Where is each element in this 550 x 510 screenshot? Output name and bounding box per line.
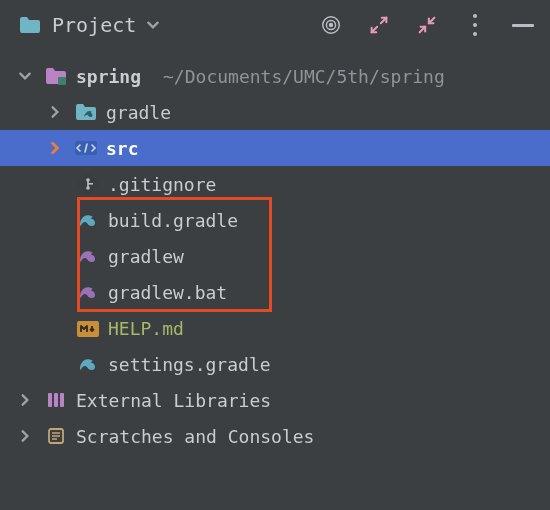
tree-label: src bbox=[106, 138, 139, 159]
svg-rect-3 bbox=[58, 77, 66, 85]
gradle-file-icon bbox=[76, 211, 100, 229]
gradle-script-icon bbox=[76, 247, 100, 265]
scratches-icon bbox=[44, 426, 68, 446]
tree-label: Scratches and Consoles bbox=[76, 426, 314, 447]
tree-node-scratches[interactable]: Scratches and Consoles bbox=[0, 418, 550, 454]
target-icon[interactable] bbox=[318, 12, 344, 38]
minimize-icon[interactable] bbox=[510, 12, 536, 38]
tree-node-src-folder[interactable]: src bbox=[0, 130, 550, 166]
project-toolbar: Project bbox=[0, 0, 550, 50]
tree-label: .gitignore bbox=[108, 174, 216, 195]
tree-node-help-md[interactable]: HELP.md bbox=[0, 310, 550, 346]
module-folder-icon bbox=[44, 67, 68, 85]
gradle-folder-icon bbox=[74, 103, 98, 121]
tree-label: gradlew.bat bbox=[108, 282, 227, 303]
tree-node-gitignore[interactable]: .gitignore bbox=[0, 166, 550, 202]
tree-label: settings.gradle bbox=[108, 354, 271, 375]
project-tree: spring ~/Documents/UMC/5th/spring gradle bbox=[0, 50, 550, 460]
project-tab[interactable]: Project bbox=[18, 13, 160, 37]
tree-node-settings-gradle[interactable]: settings.gradle bbox=[0, 346, 550, 382]
gradle-script-icon bbox=[76, 283, 100, 301]
chevron-down-icon bbox=[14, 69, 36, 83]
source-folder-icon bbox=[74, 139, 98, 157]
tree-label: External Libraries bbox=[76, 390, 271, 411]
svg-rect-11 bbox=[54, 393, 58, 407]
tree-path: ~/Documents/UMC/5th/spring bbox=[163, 66, 445, 87]
gradle-file-icon bbox=[76, 355, 100, 373]
markdown-file-icon bbox=[76, 320, 100, 337]
project-title: Project bbox=[52, 13, 136, 37]
expand-all-icon[interactable] bbox=[366, 12, 392, 38]
tree-label: gradlew bbox=[108, 246, 184, 267]
tree-node-external-libraries[interactable]: External Libraries bbox=[0, 382, 550, 418]
tree-node-gradlew-bat[interactable]: gradlew.bat bbox=[0, 274, 550, 310]
tree-label: HELP.md bbox=[108, 318, 184, 339]
chevron-right-icon bbox=[44, 105, 66, 119]
project-folder-icon bbox=[18, 16, 42, 34]
git-file-icon bbox=[76, 174, 100, 194]
more-options-icon[interactable] bbox=[462, 12, 488, 38]
tree-label: build.gradle bbox=[108, 210, 238, 231]
chevron-right-icon bbox=[14, 393, 36, 407]
chevron-right-icon bbox=[14, 429, 36, 443]
tree-node-gradle-folder[interactable]: gradle bbox=[0, 94, 550, 130]
tree-node-spring[interactable]: spring ~/Documents/UMC/5th/spring bbox=[0, 58, 550, 94]
svg-point-2 bbox=[330, 24, 333, 27]
tree-label: gradle bbox=[106, 102, 171, 123]
svg-rect-12 bbox=[60, 393, 64, 407]
svg-rect-9 bbox=[88, 183, 93, 185]
chevron-down-icon bbox=[146, 18, 160, 32]
tree-node-build-gradle[interactable]: build.gradle bbox=[0, 202, 550, 238]
tree-node-gradlew[interactable]: gradlew bbox=[0, 238, 550, 274]
chevron-right-icon bbox=[44, 141, 66, 155]
library-icon bbox=[44, 390, 68, 410]
svg-rect-10 bbox=[48, 393, 52, 407]
collapse-all-icon[interactable] bbox=[414, 12, 440, 38]
tree-label: spring bbox=[76, 66, 141, 87]
